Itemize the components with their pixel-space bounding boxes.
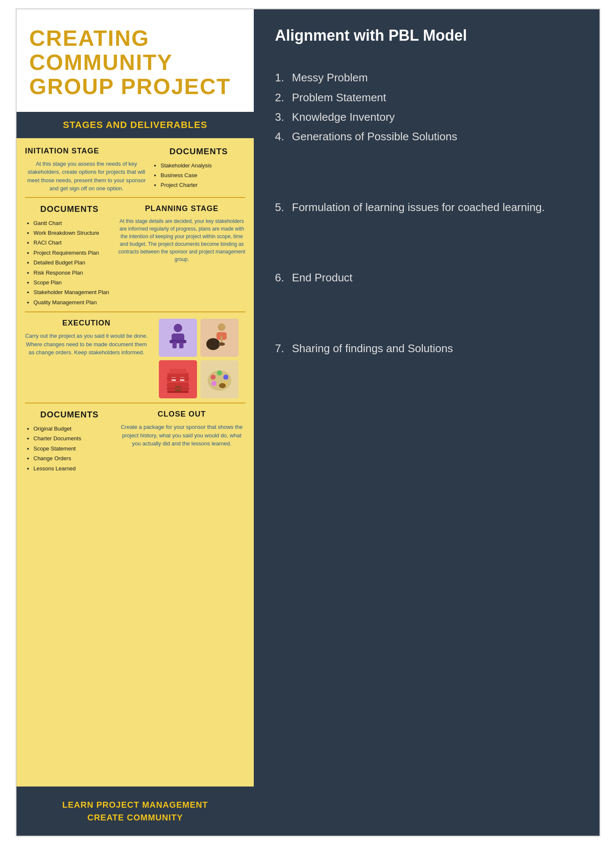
- main-title: CREATING COMMUNITY GROUP PROJECT: [29, 26, 241, 99]
- initiation-stage-title: INITIATION STAGE: [25, 147, 148, 156]
- list-item: Project Charter: [161, 180, 245, 190]
- planning-docs-list: Gantt Chart Work Breakdown Structure RAC…: [25, 218, 114, 308]
- closeout-right: CLOSE OUT Create a package for your spon…: [118, 410, 245, 473]
- list-item: Stakeholder Management Plan: [33, 287, 114, 297]
- pbl-num-5: 5.: [275, 200, 288, 215]
- pbl-num-1: 1.: [275, 70, 288, 85]
- list-item: Scope Plan: [33, 278, 114, 287]
- svg-point-22: [217, 370, 222, 375]
- svg-rect-15: [167, 391, 189, 393]
- closeout-left: DOCUMENTS Original Budget Charter Docume…: [25, 410, 114, 473]
- pbl-item-1: 1. Messy Problem: [275, 70, 578, 85]
- planning-right: PLANNING STAGE At this stage details are…: [118, 204, 245, 308]
- closeout-docs-list: Original Budget Charter Documents Scope …: [25, 424, 114, 473]
- pbl-title: Alignment with PBL Model: [275, 26, 578, 44]
- pbl-item-3: 3. Knowledge Inventory: [275, 109, 578, 125]
- pbl-text-7: Sharing of findings and Solutions: [292, 341, 453, 356]
- closeout-stage-title: CLOSE OUT: [118, 410, 245, 419]
- list-item: Project Requirements Plan: [33, 248, 114, 258]
- page-container: CREATING COMMUNITY GROUP PROJECT STAGES …: [16, 8, 600, 837]
- execution-desc: Carry out the project as you said it wou…: [25, 332, 148, 357]
- initiation-left: INITIATION STAGE At this stage you asses…: [25, 147, 148, 193]
- closeout-section: DOCUMENTS Original Budget Charter Docume…: [17, 403, 254, 478]
- spacer-1: [275, 149, 578, 200]
- person1-illustration: [159, 319, 197, 357]
- outer-wrapper: CREATING COMMUNITY GROUP PROJECT STAGES …: [0, 0, 616, 845]
- list-item: Scope Statement: [33, 444, 114, 453]
- pbl-text-1: Messy Problem: [292, 70, 368, 85]
- closeout-desc: Create a package for your sponsor that s…: [118, 423, 245, 448]
- planning-stage-title: PLANNING STAGE: [118, 204, 245, 213]
- svg-rect-19: [166, 378, 189, 379]
- list-item: Lessons Learned: [33, 464, 114, 473]
- list-item: Risk Response Plan: [33, 268, 114, 278]
- pbl-num-3: 3.: [275, 109, 288, 125]
- pbl-item-4: 4. Generations of Possible Solutions: [275, 129, 578, 144]
- spacer-2: [275, 219, 578, 270]
- svg-point-25: [211, 381, 216, 386]
- list-item: RACI Chart: [33, 238, 114, 247]
- svg-point-21: [211, 375, 216, 380]
- list-item: Business Case: [161, 170, 245, 180]
- list-item: Original Budget: [33, 424, 114, 434]
- pbl-item-7: 7. Sharing of findings and Solutions: [275, 341, 578, 356]
- footer-line2: CREATE COMMUNITY: [21, 811, 250, 824]
- list-item: Gantt Chart: [33, 218, 114, 228]
- svg-rect-18: [166, 381, 189, 383]
- pbl-num-2: 2.: [275, 90, 288, 105]
- stages-header: STAGES AND DELIVERABLES: [17, 112, 254, 138]
- list-item: Detailed Budget Plan: [33, 258, 114, 267]
- initiation-right: DOCUMENTS Stakeholder Analysis Business …: [152, 147, 245, 193]
- list-item: Quality Management Plan: [33, 297, 114, 307]
- pbl-list: 1. Messy Problem 2. Problem Statement 3.…: [275, 70, 578, 149]
- initiation-section: INITIATION STAGE At this stage you asses…: [17, 138, 254, 197]
- palette-illustration: [200, 360, 239, 398]
- svg-rect-3: [172, 342, 177, 348]
- building-illustration: [159, 360, 197, 398]
- svg-point-26: [219, 383, 226, 388]
- footer-line1: LEARN PROJECT MANAGEMENT: [21, 798, 250, 811]
- planning-left: DOCUMENTS Gantt Chart Work Breakdown Str…: [25, 204, 114, 308]
- list-item: Stakeholder Analysis: [161, 161, 245, 170]
- svg-point-23: [223, 375, 228, 380]
- svg-point-0: [174, 324, 182, 332]
- person2-illustration: [200, 319, 239, 357]
- title-section: CREATING COMMUNITY GROUP PROJECT: [17, 9, 254, 112]
- left-footer: LEARN PROJECT MANAGEMENT CREATE COMMUNIT…: [17, 787, 254, 836]
- svg-point-7: [206, 338, 220, 350]
- pbl-text-5: Formulation of learning issues for coach…: [292, 200, 545, 215]
- pbl-text-6: End Product: [292, 270, 352, 285]
- list-item: Work Breakdown Structure: [33, 228, 114, 238]
- svg-rect-2: [169, 340, 186, 343]
- pbl-item-6: 6. End Product: [275, 270, 578, 285]
- svg-rect-16: [166, 388, 189, 389]
- svg-rect-11: [169, 369, 186, 374]
- left-panel: CREATING COMMUNITY GROUP PROJECT STAGES …: [17, 9, 254, 836]
- pbl-item-2: 2. Problem Statement: [275, 90, 578, 105]
- pbl-text-4: Generations of Possible Solutions: [292, 129, 457, 144]
- closeout-docs-title: DOCUMENTS: [25, 410, 114, 420]
- exec-illus-grid: [159, 319, 239, 398]
- pbl-num-7: 7.: [275, 341, 288, 356]
- svg-rect-4: [179, 342, 183, 348]
- list-item: Change Orders: [33, 453, 114, 463]
- list-item: Charter Documents: [33, 434, 114, 443]
- planning-section: DOCUMENTS Gantt Chart Work Breakdown Str…: [17, 198, 254, 312]
- execution-section: EXECUTION Carry out the project as you s…: [17, 312, 254, 403]
- pbl-item-5: 5. Formulation of learning issues for co…: [275, 200, 578, 215]
- pbl-text-3: Knowledge Inventory: [292, 109, 395, 125]
- execution-right: [152, 319, 245, 398]
- pbl-num-6: 6.: [275, 270, 288, 285]
- svg-rect-17: [166, 384, 189, 386]
- svg-point-5: [218, 323, 225, 331]
- initiation-desc: At this stage you assess the needs of ke…: [25, 160, 148, 193]
- execution-left: EXECUTION Carry out the project as you s…: [25, 319, 148, 398]
- initiation-docs-title: DOCUMENTS: [152, 147, 245, 156]
- svg-point-9: [218, 342, 225, 346]
- execution-title: EXECUTION: [25, 319, 148, 328]
- pbl-text-2: Problem Statement: [292, 90, 386, 105]
- content-area: INITIATION STAGE At this stage you asses…: [17, 138, 254, 787]
- right-panel: Alignment with PBL Model 1. Messy Proble…: [254, 9, 599, 836]
- planning-docs-title: DOCUMENTS: [25, 204, 114, 214]
- initiation-docs-list: Stakeholder Analysis Business Case Proje…: [152, 161, 245, 190]
